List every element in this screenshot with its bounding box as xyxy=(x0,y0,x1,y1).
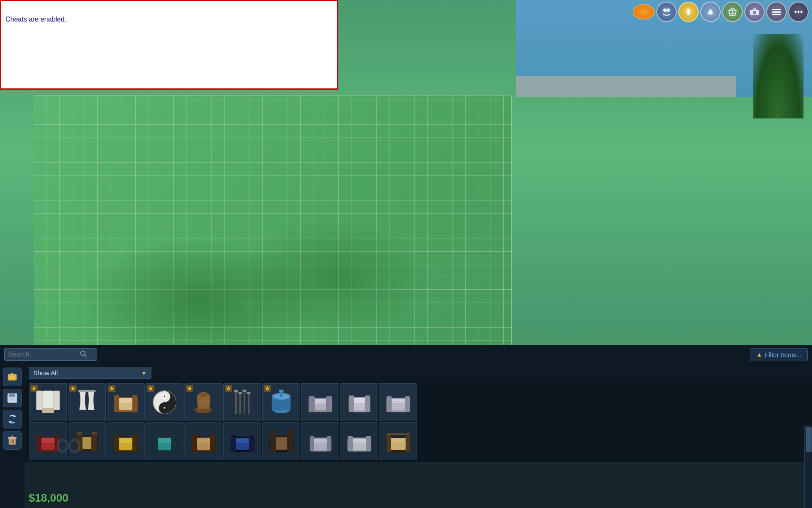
svg-rect-68 xyxy=(326,396,332,412)
svg-rect-105 xyxy=(192,434,197,452)
globe-button[interactable] xyxy=(722,2,743,22)
svg-point-56 xyxy=(234,390,238,392)
catalog-scrollbar[interactable] xyxy=(804,425,812,508)
trees-right xyxy=(753,34,804,118)
search-filter-row: ▲ Filter Items... xyxy=(0,345,812,364)
weather-icon[interactable] xyxy=(633,4,655,19)
svg-point-17 xyxy=(801,11,803,13)
svg-rect-14 xyxy=(772,14,781,15)
money-value: $18,000 xyxy=(29,492,69,504)
star-icon: ★ xyxy=(69,385,77,392)
cheat-input-bar: testingcheats true xyxy=(1,1,337,12)
svg-rect-70 xyxy=(315,399,326,404)
svg-line-19 xyxy=(85,355,86,357)
cheat-console: testingcheats true Cheats are enabled. xyxy=(0,0,338,90)
list-item[interactable] xyxy=(379,422,417,460)
svg-point-51 xyxy=(199,393,208,397)
list-item[interactable] xyxy=(340,422,378,460)
svg-rect-129 xyxy=(387,433,391,452)
svg-rect-120 xyxy=(327,436,331,451)
svg-rect-90 xyxy=(91,432,97,451)
svg-point-58 xyxy=(242,390,247,392)
save-button[interactable] xyxy=(3,389,22,407)
bulb-button[interactable] xyxy=(678,2,699,22)
search-input[interactable] xyxy=(8,351,80,358)
scroll-handle[interactable] xyxy=(806,427,812,452)
svg-point-1 xyxy=(667,8,670,12)
svg-rect-13 xyxy=(772,11,781,13)
svg-rect-24 xyxy=(9,393,15,397)
road-area xyxy=(516,76,736,97)
svg-rect-73 xyxy=(365,395,370,412)
camera-button[interactable] xyxy=(744,2,765,22)
list-item[interactable]: ★ xyxy=(223,383,261,421)
svg-point-49 xyxy=(164,407,165,409)
list-item[interactable] xyxy=(301,383,339,421)
search-icon xyxy=(80,350,87,359)
svg-rect-116 xyxy=(287,431,293,452)
svg-rect-53 xyxy=(239,393,241,414)
more-button[interactable] xyxy=(788,2,809,22)
svg-point-16 xyxy=(798,11,800,13)
svg-rect-92 xyxy=(92,432,97,434)
menu-button[interactable] xyxy=(766,2,787,22)
svg-rect-96 xyxy=(132,434,137,452)
list-item[interactable] xyxy=(379,383,417,421)
infinity-logo: ∞ xyxy=(55,422,82,466)
svg-rect-122 xyxy=(314,439,327,443)
list-item[interactable] xyxy=(223,422,261,460)
star-icon: ★ xyxy=(147,385,154,392)
list-item[interactable] xyxy=(145,422,184,460)
star-icon: ★ xyxy=(264,385,271,392)
svg-rect-110 xyxy=(231,435,236,452)
svg-rect-39 xyxy=(78,390,96,392)
list-item[interactable]: ★ xyxy=(145,383,184,421)
svg-rect-37 xyxy=(53,391,60,410)
svg-rect-21 xyxy=(9,376,15,379)
filter-arrow-icon: ▲ xyxy=(756,351,762,358)
category-dropdown[interactable]: Show All ▼ xyxy=(29,367,151,379)
money-display: $18,000 xyxy=(29,492,69,505)
star-icon: ★ xyxy=(108,385,115,392)
star-icon: ★ xyxy=(30,385,38,392)
svg-point-57 xyxy=(238,392,242,394)
svg-rect-35 xyxy=(43,391,53,410)
svg-rect-131 xyxy=(387,433,410,435)
list-item[interactable]: ★ xyxy=(68,383,106,421)
list-item[interactable] xyxy=(107,422,145,460)
svg-marker-22 xyxy=(11,373,14,375)
list-item[interactable] xyxy=(262,422,300,460)
move-tool-button[interactable] xyxy=(3,368,22,386)
svg-rect-127 xyxy=(353,439,366,443)
needs-button[interactable] xyxy=(656,2,677,22)
svg-rect-52 xyxy=(235,391,237,414)
list-item[interactable]: ★ xyxy=(184,383,222,421)
cheat-input[interactable]: testingcheats true xyxy=(4,2,335,11)
svg-rect-119 xyxy=(310,436,314,451)
svg-point-48 xyxy=(164,395,165,397)
list-item[interactable] xyxy=(184,422,222,460)
svg-rect-95 xyxy=(114,434,119,452)
cheat-output: Cheats are enabled. xyxy=(1,12,337,88)
svg-point-2 xyxy=(686,8,691,14)
svg-rect-93 xyxy=(82,437,91,449)
svg-rect-67 xyxy=(309,396,315,412)
svg-rect-72 xyxy=(349,395,354,412)
svg-rect-36 xyxy=(36,391,43,410)
svg-rect-106 xyxy=(210,434,215,452)
category-row: Show All ▼ xyxy=(25,364,812,382)
lot-grid xyxy=(34,95,512,353)
svg-rect-117 xyxy=(276,437,287,450)
up-arrow-button[interactable] xyxy=(700,2,721,22)
list-item[interactable]: ★ xyxy=(107,383,145,421)
list-item[interactable] xyxy=(301,422,339,460)
svg-rect-115 xyxy=(270,431,276,452)
svg-point-18 xyxy=(81,351,85,355)
rotate-button[interactable] xyxy=(3,410,22,428)
list-item[interactable]: ★ xyxy=(29,383,67,421)
list-item[interactable] xyxy=(340,383,378,421)
svg-rect-42 xyxy=(132,395,137,412)
filter-items-button[interactable]: ▲ Filter Items... xyxy=(750,348,808,361)
list-item[interactable]: ★ xyxy=(262,383,300,421)
delete-button[interactable] xyxy=(3,431,22,450)
